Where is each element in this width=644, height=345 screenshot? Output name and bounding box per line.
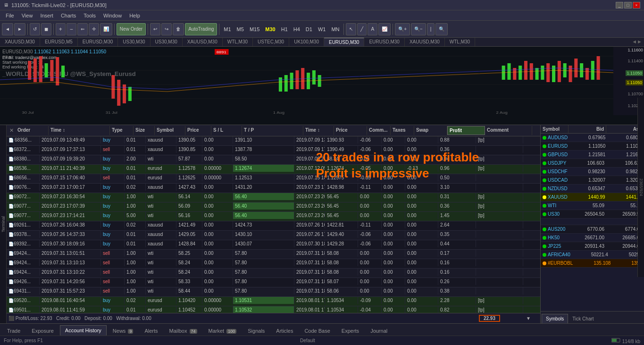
symbol-row-hk50[interactable]: HK50 26671.00 26685.00 xyxy=(541,234,644,242)
col-symbol[interactable]: Symbol xyxy=(155,126,185,135)
col-order[interactable]: Order xyxy=(16,126,49,135)
chart-tab-eurusd-m5[interactable]: EURUSD,M5 xyxy=(40,38,78,46)
col-profit[interactable]: Profit xyxy=(447,126,485,135)
col-type[interactable]: Type xyxy=(110,126,134,135)
search-btn[interactable]: 🔍 xyxy=(435,23,448,35)
btab-experts[interactable]: Experts xyxy=(336,326,364,336)
symbol-row-usdjpy[interactable]: USDJPY 106.603 106.628 xyxy=(541,159,644,168)
tf-m5[interactable]: M5 xyxy=(234,25,246,33)
table-close-btn[interactable]: ✕ xyxy=(8,127,16,134)
btab-alerts[interactable]: Alerts xyxy=(139,326,163,336)
chart-tab-eurusd-m30-1[interactable]: EURUSD,M30 xyxy=(78,38,118,46)
chart-zoom-out[interactable]: − xyxy=(67,23,76,35)
tf-m1[interactable]: M1 xyxy=(221,25,233,33)
btab-articles[interactable]: Articles xyxy=(271,326,298,336)
symbol-row-gbpusd[interactable]: GBPUSD 1.21581 1.21616 xyxy=(541,151,644,159)
btab-journal[interactable]: Journal xyxy=(365,326,393,336)
col-scroll[interactable] xyxy=(532,126,540,135)
col-comm[interactable]: Comm... xyxy=(367,126,391,135)
symbol-row-us30[interactable]: US30 26504.50 26509.50 xyxy=(541,210,644,219)
symbol-row-eurusd[interactable]: EURUSD 1.11050 1.11068 xyxy=(541,142,644,151)
chart-tab-ustec-m30[interactable]: USTEC,M30 xyxy=(253,38,289,46)
menu-charts[interactable]: Charts xyxy=(57,12,80,19)
new-order-button[interactable]: New Order xyxy=(117,23,146,35)
scroll-btn[interactable]: ⇐ xyxy=(77,23,88,35)
zoom-out-btn[interactable]: 🔍− xyxy=(411,23,426,35)
col-price[interactable]: Price xyxy=(185,126,211,135)
col-time[interactable]: Time ↕ xyxy=(49,126,110,135)
col-comment[interactable]: Comment xyxy=(485,126,532,135)
undo-button[interactable]: ↩ xyxy=(150,23,160,35)
menu-view[interactable]: View xyxy=(18,12,37,19)
chart-tab-scroll[interactable]: ◄► xyxy=(630,38,644,46)
maximize-button[interactable]: □ xyxy=(624,2,632,8)
rbtab-symbols[interactable]: Symbols xyxy=(542,314,568,323)
symbol-row-jp225[interactable]: JP225 20931.43 20944.63 xyxy=(541,242,644,251)
menu-insert[interactable]: Insert xyxy=(36,12,57,19)
forward-button[interactable]: ► xyxy=(14,23,25,35)
symbol-row-wti[interactable]: WTI 55.09 55.18 xyxy=(541,202,644,210)
symbol-row-audusd[interactable]: AUDUSD 0.67965 0.68010 xyxy=(541,134,644,142)
symbol-row-xauusd[interactable]: XAUUSD 1440.99 1441.49 xyxy=(541,193,644,202)
tf-d1[interactable]: D1 xyxy=(303,25,315,33)
btab-trade[interactable]: Trade xyxy=(2,326,25,336)
tf-m30[interactable]: M30 xyxy=(263,25,277,33)
tf-h4[interactable]: H4 xyxy=(291,25,302,33)
tf-mn[interactable]: MN xyxy=(329,25,342,33)
zoom-in-btn[interactable]: 🔍+ xyxy=(395,23,410,35)
btab-news[interactable]: News 9 xyxy=(108,326,139,336)
menu-file[interactable]: File xyxy=(2,12,18,19)
chart-tab-us30-m30-2[interactable]: US30,M30 xyxy=(151,38,183,46)
col-tp[interactable]: T / P xyxy=(242,126,303,135)
btab-account-history[interactable]: Account History xyxy=(60,325,107,336)
period-sep-btn[interactable]: | xyxy=(427,23,435,35)
btab-market[interactable]: Market 100 xyxy=(203,326,242,336)
btab-code-base[interactable]: Code Base xyxy=(299,326,335,336)
col-close-price[interactable]: Price xyxy=(334,126,367,135)
chart-tab-xauusd-m30-1[interactable]: XAUUSD,M30 xyxy=(0,38,40,46)
stop-button[interactable]: ◼ xyxy=(41,23,51,35)
text-btn[interactable]: A xyxy=(368,23,377,35)
symbol-row-nzdusd[interactable]: NZDUSD 0.65347 0.65372 xyxy=(541,185,644,193)
btab-signals[interactable]: Signals xyxy=(243,326,270,336)
indicator-btn[interactable]: 📈 xyxy=(378,23,391,35)
chart-type-btn[interactable]: 📊 xyxy=(100,23,112,35)
chart-tab-xauusd-m30-2[interactable]: XAUUSD,M30 xyxy=(183,38,223,46)
menu-help[interactable]: Help xyxy=(125,12,144,19)
menu-tools[interactable]: Tools xyxy=(80,12,100,19)
rbtab-tick-chart[interactable]: Tick Chart xyxy=(568,314,598,323)
minimize-button[interactable]: _ xyxy=(616,2,623,8)
chart-zoom-in[interactable]: + xyxy=(56,23,66,35)
symbol-row-usdchf[interactable]: USDCHF 0.98230 0.98257 xyxy=(541,168,644,176)
cursor-btn[interactable]: ↖ xyxy=(346,23,356,35)
redo-button[interactable]: ↪ xyxy=(161,23,172,35)
refresh-button[interactable]: ↺ xyxy=(30,23,40,35)
crosshair-btn[interactable]: ✛ xyxy=(89,23,99,35)
col-size[interactable]: Size xyxy=(134,126,155,135)
line-btn[interactable]: ╱ xyxy=(357,23,367,35)
col-sl[interactable]: S / L xyxy=(211,126,242,135)
symbol-row-eurbobl[interactable]: #EURBOBL 135.108 135.134 xyxy=(541,259,644,268)
chart-tab-wtl-m30-2[interactable]: WTL,M30 xyxy=(445,38,475,46)
chart-tab-eurusd-m30-active[interactable]: EURUSD,M30 xyxy=(324,38,364,46)
symbol-row-aus200[interactable]: AUS200 6770.06 6774.06 xyxy=(541,225,644,234)
symbol-row-africa40[interactable]: AFRICA40 50221.4 50250.1 xyxy=(541,251,644,259)
btab-mailbox[interactable]: Mailbox 74 xyxy=(164,326,202,336)
tf-w1[interactable]: W1 xyxy=(316,25,328,33)
col-close-time[interactable]: Time ↕ xyxy=(303,126,334,135)
back-button[interactable]: ◄ xyxy=(2,23,13,35)
autotrading-button[interactable]: AutoTrading xyxy=(185,23,217,35)
chart-tab-uk100-m30[interactable]: UK100,M30 xyxy=(289,38,324,46)
col-swap[interactable]: Swap xyxy=(414,126,447,135)
col-taxes[interactable]: Taxes xyxy=(391,126,414,135)
tf-h1[interactable]: H1 xyxy=(279,25,290,33)
chart-tab-eurusd-m30-3[interactable]: EURUSD,M30 xyxy=(364,38,404,46)
menu-window[interactable]: Window xyxy=(100,12,125,19)
chart-tab-wtl-m30-1[interactable]: WTL,M30 xyxy=(223,38,253,46)
close-button[interactable]: × xyxy=(633,2,640,8)
symbol-row-usdcad[interactable]: USDCAD 1.32007 1.32039 xyxy=(541,176,644,185)
delete-button[interactable]: 🗑 xyxy=(173,23,184,35)
tf-m15[interactable]: M15 xyxy=(247,25,262,33)
chart-tab-us30-m30-1[interactable]: US30,M30 xyxy=(118,38,150,46)
chart-tab-xauusd-m30-3[interactable]: XAUUSD,M30 xyxy=(405,38,445,46)
